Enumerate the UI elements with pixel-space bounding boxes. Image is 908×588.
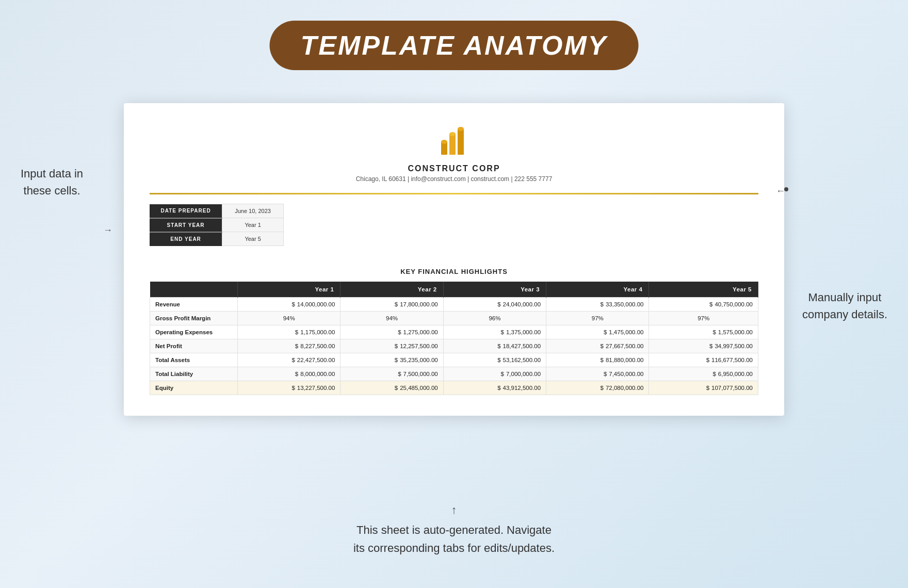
row-cell: $107,077,500.00 — [649, 381, 758, 395]
row-cell: $40,750,000.00 — [649, 298, 758, 312]
table-row: Total Assets$22,427,500.00$35,235,000.00… — [150, 353, 758, 367]
row-cell: $1,175,000.00 — [238, 325, 340, 339]
row-label: Operating Expenses — [150, 325, 238, 339]
row-cell: $13,227,500.00 — [238, 381, 340, 395]
start-year-label: START YEAR — [150, 218, 222, 232]
info-row-date: DATE PREPARED June 10, 2023 — [150, 204, 284, 218]
row-cell: $17,800,000.00 — [340, 298, 443, 312]
row-cell: $7,450,000.00 — [546, 367, 649, 381]
row-label: Revenue — [150, 298, 238, 312]
info-row-start: START YEAR Year 1 — [150, 218, 284, 232]
svg-rect-2 — [458, 129, 464, 155]
svg-point-5 — [458, 127, 464, 131]
info-row-end: END YEAR Year 5 — [150, 232, 284, 246]
row-cell: $14,000,000.00 — [238, 298, 340, 312]
company-header: CONSTRUCT CORP Chicago, IL 60631 | info@… — [150, 124, 758, 183]
row-cell: $53,162,500.00 — [443, 353, 546, 367]
row-cell: 97% — [649, 312, 758, 325]
svg-point-3 — [441, 140, 447, 144]
row-cell: $1,375,000.00 — [443, 325, 546, 339]
row-label: Net Profit — [150, 339, 238, 353]
company-name: CONSTRUCT CORP — [150, 164, 758, 173]
col-year1: Year 1 — [238, 282, 340, 298]
annotation-right: Manually input company details. — [802, 289, 887, 323]
company-details: Chicago, IL 60631 | info@construct.com |… — [150, 175, 758, 183]
annotation-left: Input data in these cells. — [21, 165, 83, 199]
svg-rect-1 — [449, 134, 456, 155]
row-cell: $24,040,000.00 — [443, 298, 546, 312]
arrow-left-to-table-icon: → — [103, 225, 112, 236]
table-row: Revenue$14,000,000.00$17,800,000.00$24,0… — [150, 298, 758, 312]
row-cell: $72,080,000.00 — [546, 381, 649, 395]
date-value: June 10, 2023 — [222, 204, 284, 218]
badge-title: TEMPLATE ANATOMY — [301, 30, 608, 60]
row-cell: $7,500,000.00 — [340, 367, 443, 381]
col-year3: Year 3 — [443, 282, 546, 298]
row-cell: $25,485,000.00 — [340, 381, 443, 395]
row-cell: $27,667,500.00 — [546, 339, 649, 353]
row-cell: 94% — [238, 312, 340, 325]
row-cell: 94% — [340, 312, 443, 325]
row-cell: $18,427,500.00 — [443, 339, 546, 353]
col-label — [150, 282, 238, 298]
start-year-value: Year 1 — [222, 218, 284, 232]
row-cell: $1,575,000.00 — [649, 325, 758, 339]
table-header-row: Year 1 Year 2 Year 3 Year 4 Year 5 — [150, 282, 758, 298]
row-cell: $1,275,000.00 — [340, 325, 443, 339]
row-cell: $22,427,500.00 — [238, 353, 340, 367]
date-label: DATE PREPARED — [150, 204, 222, 218]
row-cell: 96% — [443, 312, 546, 325]
document-card: CONSTRUCT CORP Chicago, IL 60631 | info@… — [124, 103, 784, 416]
table-row: Operating Expenses$1,175,000.00$1,275,00… — [150, 325, 758, 339]
row-cell: $33,350,000.00 — [546, 298, 649, 312]
section-title: KEY FINANCIAL HIGHLIGHTS — [150, 268, 758, 275]
financial-table: Year 1 Year 2 Year 3 Year 4 Year 5 Reven… — [150, 282, 758, 395]
company-logo-icon — [436, 124, 472, 160]
annotation-bottom: This sheet is auto-generated. Navigate i… — [353, 521, 555, 557]
table-row: Net Profit$8,227,500.00$12,257,500.00$18… — [150, 339, 758, 353]
table-row: Gross Profit Margin94%94%96%97%97% — [150, 312, 758, 325]
col-year2: Year 2 — [340, 282, 443, 298]
row-cell: 97% — [546, 312, 649, 325]
row-cell: $81,880,000.00 — [546, 353, 649, 367]
table-row: Equity$13,227,500.00$25,485,000.00$43,91… — [150, 381, 758, 395]
row-cell: $116,677,500.00 — [649, 353, 758, 367]
arrow-bottom-up-icon: ↑ — [451, 503, 457, 517]
row-cell: $34,997,500.00 — [649, 339, 758, 353]
end-year-label: END YEAR — [150, 232, 222, 246]
col-year4: Year 4 — [546, 282, 649, 298]
row-cell: $12,257,500.00 — [340, 339, 443, 353]
row-label: Total Liability — [150, 367, 238, 381]
row-label: Equity — [150, 381, 238, 395]
col-year5: Year 5 — [649, 282, 758, 298]
row-cell: $35,235,000.00 — [340, 353, 443, 367]
dot-right-annotation — [784, 187, 788, 191]
row-label: Gross Profit Margin — [150, 312, 238, 325]
row-cell: $6,950,000.00 — [649, 367, 758, 381]
row-cell: $7,000,000.00 — [443, 367, 546, 381]
row-label: Total Assets — [150, 353, 238, 367]
end-year-value: Year 5 — [222, 232, 284, 246]
header-divider — [150, 193, 758, 194]
row-cell: $1,475,000.00 — [546, 325, 649, 339]
row-cell: $43,912,500.00 — [443, 381, 546, 395]
template-anatomy-badge: TEMPLATE ANATOMY — [270, 21, 639, 70]
row-cell: $8,000,000.00 — [238, 367, 340, 381]
table-row: Total Liability$8,000,000.00$7,500,000.0… — [150, 367, 758, 381]
info-table: DATE PREPARED June 10, 2023 START YEAR Y… — [150, 204, 284, 246]
svg-point-4 — [449, 132, 456, 136]
arrow-right-to-header-icon: ← — [776, 186, 785, 197]
row-cell: $8,227,500.00 — [238, 339, 340, 353]
